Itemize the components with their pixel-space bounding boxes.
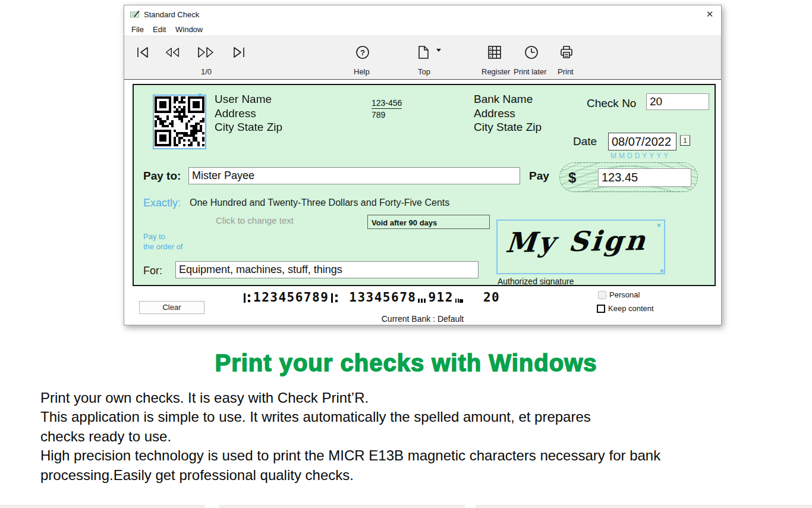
- signature-remove-icon[interactable]: ×: [657, 221, 661, 230]
- spelled-amount: One Hundred and Twenty-Three Dollars and…: [190, 197, 449, 208]
- payee-input[interactable]: [188, 167, 520, 184]
- change-text-hint[interactable]: Click to change text: [216, 215, 294, 225]
- keep-content-checkbox[interactable]: [597, 305, 605, 313]
- bank-address-block[interactable]: Bank Name Address City State Zip: [474, 92, 542, 134]
- pay-to-label: Pay to:: [143, 170, 181, 183]
- bottom-strip: [219, 505, 465, 508]
- memo-input[interactable]: [175, 261, 479, 278]
- menu-file[interactable]: File: [131, 25, 144, 34]
- marketing-headline: Print your checks with Windows: [0, 350, 812, 377]
- micr-onus-symbol: [455, 292, 464, 304]
- register-grid-icon[interactable]: [487, 45, 502, 60]
- calendar-icon[interactable]: 1: [680, 135, 690, 146]
- print-later-clock-icon[interactable]: [524, 45, 539, 60]
- order-of-label: Pay to the order of: [143, 231, 183, 252]
- check-no-input[interactable]: [646, 93, 709, 110]
- first-record-button[interactable]: [135, 45, 150, 60]
- check-preview: × User Name Address City State Zip 123-4…: [133, 84, 716, 286]
- bottom-strip: [0, 505, 205, 508]
- fraction-numerator: 123-456: [372, 98, 402, 109]
- top-dropdown-caret-icon[interactable]: [436, 47, 442, 53]
- menu-window[interactable]: Window: [175, 25, 203, 34]
- signature-text: My Sign: [504, 224, 649, 259]
- micr-line: 1234567891334567891220: [241, 290, 500, 304]
- micr-transit-symbol: [331, 292, 339, 304]
- previous-record-button[interactable]: [165, 45, 180, 60]
- toolbar: 1/0 ? Help Top Register Print later: [124, 36, 721, 80]
- app-icon: [130, 10, 140, 19]
- for-label: For:: [143, 265, 162, 277]
- marketing-body: Print your own checks. It is easy with C…: [40, 388, 772, 485]
- menu-bar: File Edit Window: [124, 23, 721, 36]
- amount-input[interactable]: [598, 168, 691, 187]
- signature-box[interactable]: My Sign ×: [496, 219, 665, 274]
- top-document-icon[interactable]: [416, 45, 431, 60]
- next-record-button[interactable]: [197, 45, 215, 60]
- qr-remove-icon[interactable]: ×: [198, 91, 202, 98]
- register-button[interactable]: Register: [481, 67, 510, 76]
- keep-content-label: Keep content: [608, 304, 654, 313]
- micr-dash-symbol: [418, 292, 426, 304]
- last-record-button[interactable]: [231, 45, 247, 60]
- fractional-routing: 123-456 789: [372, 98, 402, 120]
- amount-pill: $: [559, 162, 698, 192]
- fraction-denominator: 789: [372, 109, 402, 120]
- date-input[interactable]: [608, 133, 676, 150]
- exactly-label: Exactly:: [143, 197, 181, 209]
- personal-checkbox-row: Personal: [598, 290, 640, 299]
- pay-label: Pay: [529, 170, 549, 183]
- keep-content-checkbox-row: Keep content: [597, 304, 654, 313]
- bottom-strip: [476, 505, 812, 508]
- title-bar: Standard Check ✕: [124, 5, 721, 23]
- help-icon[interactable]: ?: [355, 45, 370, 60]
- date-label: Date: [573, 135, 597, 148]
- clear-button[interactable]: Clear: [139, 301, 204, 314]
- top-button[interactable]: Top: [418, 67, 430, 76]
- date-format-hint: MMDDYYYY: [610, 152, 671, 160]
- print-button[interactable]: Print: [558, 67, 574, 76]
- close-icon[interactable]: ✕: [703, 8, 716, 20]
- help-button[interactable]: Help: [354, 67, 370, 76]
- menu-edit[interactable]: Edit: [153, 25, 166, 34]
- app-window: Standard Check ✕ File Edit Window 1/0 ? …: [124, 5, 722, 325]
- signature-resize-handle[interactable]: [660, 269, 663, 272]
- void-after-input[interactable]: [367, 215, 490, 229]
- print-icon[interactable]: [559, 45, 574, 60]
- svg-text:?: ?: [360, 48, 365, 57]
- qr-code-image: [155, 96, 204, 146]
- print-later-button[interactable]: Print later: [514, 67, 547, 76]
- personal-checkbox[interactable]: [598, 291, 606, 299]
- window-title: Standard Check: [144, 10, 199, 19]
- micr-transit-symbol: [243, 292, 251, 304]
- currency-symbol: $: [568, 170, 576, 186]
- authorized-signature-label: Authorized signature: [498, 277, 574, 286]
- qr-code[interactable]: [153, 95, 206, 149]
- payer-address-block[interactable]: User Name Address City State Zip: [215, 92, 282, 134]
- personal-label: Personal: [609, 290, 640, 299]
- current-bank-status: Current Bank : Default: [124, 314, 721, 324]
- record-counter: 1/0: [201, 67, 212, 76]
- check-no-label: Check No: [587, 97, 636, 110]
